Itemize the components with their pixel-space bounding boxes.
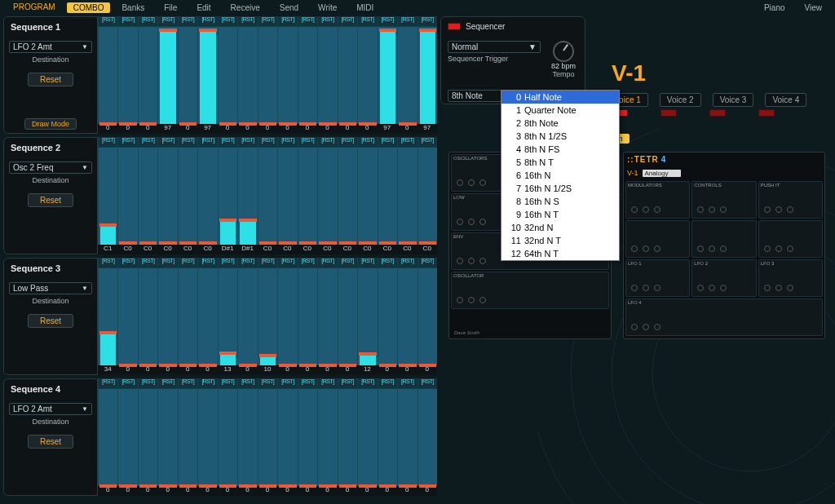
menu-write[interactable]: Write <box>310 2 345 13</box>
menu-receive[interactable]: Receive <box>223 2 268 13</box>
thumb-patch-select[interactable]: Analogy <box>643 170 682 177</box>
rst-button[interactable]: [RST] <box>197 378 217 388</box>
rst-button[interactable]: [RST] <box>197 137 217 147</box>
menu-piano[interactable]: Piano <box>756 2 793 13</box>
destination-select[interactable]: LFO 2 Amt▼ <box>9 41 92 53</box>
sequence-bars[interactable] <box>98 388 437 486</box>
dropdown-item[interactable]: 28th Note <box>501 117 619 130</box>
rst-button[interactable]: [RST] <box>277 378 297 388</box>
sequence-bars[interactable] <box>98 26 437 124</box>
voice-led-4[interactable] <box>758 109 775 117</box>
menu-combo[interactable]: COMBO <box>67 2 111 13</box>
rst-button[interactable]: [RST] <box>197 258 217 267</box>
rst-button[interactable]: [RST] <box>338 378 357 388</box>
rst-button[interactable]: [RST] <box>98 258 117 267</box>
rst-button[interactable]: [RST] <box>277 137 297 147</box>
rst-button[interactable]: [RST] <box>218 16 237 26</box>
reset-button[interactable]: Reset <box>28 73 73 86</box>
rst-button[interactable]: [RST] <box>338 16 357 26</box>
rst-button[interactable]: [RST] <box>357 16 377 26</box>
menu-view[interactable]: View <box>797 2 831 13</box>
rst-button[interactable]: [RST] <box>117 378 137 388</box>
dropdown-item[interactable]: 1132nd N T <box>501 234 619 247</box>
rst-button[interactable]: [RST] <box>258 137 277 147</box>
rst-button[interactable]: [RST] <box>117 258 137 267</box>
menu-send[interactable]: Send <box>272 2 307 13</box>
menu-file[interactable]: File <box>156 2 185 13</box>
menu-edit[interactable]: Edit <box>188 2 219 13</box>
sequence-bars[interactable] <box>98 147 437 245</box>
destination-select[interactable]: Osc 2 Freq▼ <box>9 161 92 174</box>
rst-button[interactable]: [RST] <box>298 258 317 267</box>
rst-button[interactable]: [RST] <box>357 258 377 267</box>
rst-button[interactable]: [RST] <box>317 16 337 26</box>
rst-button[interactable]: [RST] <box>138 378 157 388</box>
rst-button[interactable]: [RST] <box>98 137 117 147</box>
rst-button[interactable]: [RST] <box>237 137 257 147</box>
rst-button[interactable]: [RST] <box>237 378 257 388</box>
dropdown-item[interactable]: 716th N 1/2S <box>501 182 619 195</box>
rst-button[interactable]: [RST] <box>298 378 317 388</box>
rst-button[interactable]: [RST] <box>138 16 157 26</box>
rst-button[interactable]: [RST] <box>317 137 337 147</box>
rst-button[interactable]: [RST] <box>178 16 197 26</box>
rst-button[interactable]: [RST] <box>317 258 337 267</box>
dropdown-item[interactable]: 1032nd N <box>501 221 619 234</box>
reset-button[interactable]: Reset <box>28 193 73 207</box>
rst-button[interactable]: [RST] <box>157 258 177 267</box>
rst-button[interactable]: [RST] <box>258 378 277 388</box>
rst-button[interactable]: [RST] <box>418 16 437 26</box>
voice-tab-4[interactable]: Voice 4 <box>765 93 806 107</box>
dropdown-item[interactable]: 616th N <box>501 169 619 182</box>
rst-button[interactable]: [RST] <box>197 16 217 26</box>
rst-button[interactable]: [RST] <box>418 137 437 147</box>
rst-button[interactable]: [RST] <box>277 258 297 267</box>
dropdown-item[interactable]: 1Quarter Note <box>501 104 619 117</box>
rst-button[interactable]: [RST] <box>157 16 177 26</box>
sequencer-trigger-select[interactable]: Normal▼ <box>448 41 541 53</box>
clock-divide-dropdown[interactable]: 0Half Note1Quarter Note28th Note38th N 1… <box>501 90 620 261</box>
rst-button[interactable]: [RST] <box>98 378 117 388</box>
rst-button[interactable]: [RST] <box>397 137 417 147</box>
dropdown-item[interactable]: 58th N T <box>501 156 619 169</box>
rst-button[interactable]: [RST] <box>117 137 137 147</box>
sequencer-led[interactable] <box>448 23 461 30</box>
rst-button[interactable]: [RST] <box>117 16 137 26</box>
rst-button[interactable]: [RST] <box>378 378 397 388</box>
rst-button[interactable]: [RST] <box>157 137 177 147</box>
rst-button[interactable]: [RST] <box>397 16 417 26</box>
menu-midi[interactable]: MIDI <box>348 2 382 13</box>
sequence-bars[interactable] <box>98 267 437 365</box>
rst-button[interactable]: [RST] <box>338 258 357 267</box>
voice-tab-2[interactable]: Voice 2 <box>660 93 701 107</box>
rst-button[interactable]: [RST] <box>298 137 317 147</box>
rst-button[interactable]: [RST] <box>378 137 397 147</box>
rst-button[interactable]: [RST] <box>397 258 417 267</box>
menu-banks[interactable]: Banks <box>113 2 152 13</box>
dropdown-item[interactable]: 48th N FS <box>501 143 619 156</box>
rst-button[interactable]: [RST] <box>418 258 437 267</box>
draw-mode-button[interactable]: Draw Mode <box>24 118 77 130</box>
reset-button[interactable]: Reset <box>28 435 73 449</box>
rst-button[interactable]: [RST] <box>218 378 237 388</box>
rst-button[interactable]: [RST] <box>378 258 397 267</box>
rst-button[interactable]: [RST] <box>258 16 277 26</box>
rst-button[interactable]: [RST] <box>397 378 417 388</box>
rst-button[interactable]: [RST] <box>237 16 257 26</box>
rst-button[interactable]: [RST] <box>357 137 377 147</box>
rst-button[interactable]: [RST] <box>138 137 157 147</box>
rst-button[interactable]: [RST] <box>357 378 377 388</box>
rst-button[interactable]: [RST] <box>178 137 197 147</box>
rst-button[interactable]: [RST] <box>237 258 257 267</box>
rst-button[interactable]: [RST] <box>317 378 337 388</box>
rst-button[interactable]: [RST] <box>98 16 117 26</box>
tempo-knob[interactable] <box>553 41 574 62</box>
dropdown-item[interactable]: 916th N T <box>501 208 619 221</box>
voice-tab-3[interactable]: Voice 3 <box>713 93 754 107</box>
rst-button[interactable]: [RST] <box>157 378 177 388</box>
menu-program[interactable]: PROGRAM <box>5 2 64 14</box>
dropdown-item[interactable]: 0Half Note <box>501 91 619 104</box>
rst-button[interactable]: [RST] <box>258 258 277 267</box>
rst-button[interactable]: [RST] <box>298 16 317 26</box>
dropdown-item[interactable]: 816th N S <box>501 195 619 208</box>
